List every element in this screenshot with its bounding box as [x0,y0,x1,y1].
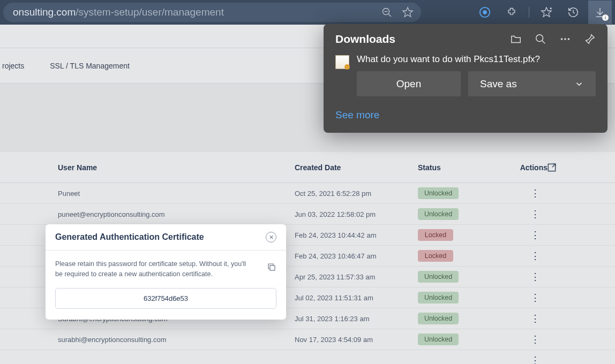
svg-line-15 [542,41,545,44]
svg-line-12 [552,164,556,167]
kebab-icon[interactable]: ⋮ [530,230,540,240]
kebab-icon[interactable]: ⋮ [530,355,540,364]
table-row: PuneetOct 25, 2021 6:52:28 pmUnlocked⋮ [0,183,615,204]
status-badge: Locked [418,229,453,241]
status-badge: Locked [418,250,453,262]
svg-point-18 [568,38,570,40]
save-as-button[interactable]: Save as [468,71,596,96]
cell-status: Unlocked [418,292,498,304]
browser-toolbar: onsulting.com/system-setup/user/manageme… [0,0,615,25]
cell-date: Jun 03, 2022 12:58:02 pm [295,210,418,218]
favorite-star-icon[interactable] [402,6,414,18]
modal-text: Please retain this password for certific… [55,259,276,279]
fullscreen-icon[interactable] [546,162,557,173]
cell-date: Feb 24, 2023 10:44:42 am [295,231,418,239]
svg-marker-3 [403,7,412,17]
tab-projects[interactable]: rojects [0,62,26,70]
modal-title: Generated Authentication Certificate [55,232,204,242]
table-row: ⋮ [0,350,615,364]
cell-date: Feb 24, 2023 10:46:47 am [295,252,418,260]
status-badge: Unlocked [418,313,459,324]
cell-date: Jul 31, 2023 1:16:23 am [295,315,418,323]
header-date[interactable]: Created Date [295,163,418,172]
table-row: puneet@encryptionconsulting.comJun 03, 2… [0,204,615,225]
kebab-icon[interactable]: ⋮ [530,313,540,324]
svg-point-16 [561,38,563,40]
kebab-icon[interactable]: ⋮ [530,209,540,219]
folder-icon[interactable] [510,33,522,45]
cell-date: Oct 25, 2021 6:52:28 pm [295,189,418,198]
file-icon [335,55,349,69]
svg-point-5 [483,10,486,14]
cell-date: Nov 17, 2023 4:54:09 am [295,336,418,344]
cell-date: Jul 02, 2023 11:51:31 am [295,294,418,302]
status-badge: Unlocked [418,333,459,345]
cell-user: puneet@encryptionconsulting.com [0,210,295,218]
close-icon[interactable]: ✕ [266,232,276,242]
downloads-panel: Downloads What do you want to do with Pk… [324,24,608,133]
download-question: What do you want to do with Pkcs11Test.p… [357,54,596,65]
cell-user: Puneet [0,189,295,198]
extensions-icon[interactable] [500,1,523,24]
tab-ssl-tls[interactable]: SSL / TLS Management [48,62,132,70]
favorites-icon[interactable] [535,1,558,24]
copy-icon[interactable] [267,262,276,272]
status-badge: Unlocked [418,292,459,304]
cell-date: Apr 25, 2023 11:57:33 am [295,273,418,281]
see-more-link[interactable]: See more [324,98,391,123]
cell-status: Unlocked [418,333,498,345]
zoom-out-icon[interactable] [381,7,392,18]
history-icon[interactable] [561,1,585,24]
search-icon[interactable] [535,33,546,45]
svg-point-14 [536,35,543,42]
address-bar[interactable]: onsulting.com/system-setup/user/manageme… [3,3,421,22]
svg-rect-13 [270,266,275,270]
kebab-icon[interactable]: ⋮ [530,334,540,345]
cell-status: Unlocked [418,208,498,220]
svg-point-17 [564,38,566,40]
more-icon[interactable] [559,33,571,45]
header-user[interactable]: User Name [0,163,295,172]
cell-status: Unlocked [418,313,498,324]
open-button[interactable]: Open [357,71,461,96]
status-badge: Unlocked [418,187,459,199]
header-actions: Actions [498,163,557,172]
url-text: onsulting.com/system-setup/user/manageme… [13,6,411,18]
cell-status: Locked [418,250,498,262]
downloads-title: Downloads [335,33,510,46]
table-row: surabhi@encryptionconsulting.comNov 17, … [0,329,615,350]
password-box[interactable]: 632f754d6e53 [55,288,276,309]
kebab-icon[interactable]: ⋮ [530,271,540,282]
cell-user: surabhi@encryptionconsulting.com [0,336,295,344]
cell-status: Locked [418,229,498,241]
table-header: User Name Created Date Status Actions [0,152,615,183]
kebab-icon[interactable]: ⋮ [530,251,540,261]
browser-profile-icon[interactable] [473,1,497,24]
header-status[interactable]: Status [418,163,498,172]
kebab-icon[interactable]: ⋮ [530,292,540,303]
cell-status: Unlocked [418,187,498,199]
kebab-icon[interactable]: ⋮ [530,188,540,199]
cell-status: Unlocked [418,271,498,283]
chevron-down-icon[interactable] [574,79,584,89]
svg-line-1 [388,14,391,17]
svg-marker-6 [542,7,551,17]
status-badge: Unlocked [418,271,459,283]
certificate-modal: Generated Authentication Certificate ✕ P… [46,224,286,320]
pin-icon[interactable] [584,33,596,45]
downloads-icon[interactable]: i [588,1,612,24]
status-badge: Unlocked [418,208,459,220]
